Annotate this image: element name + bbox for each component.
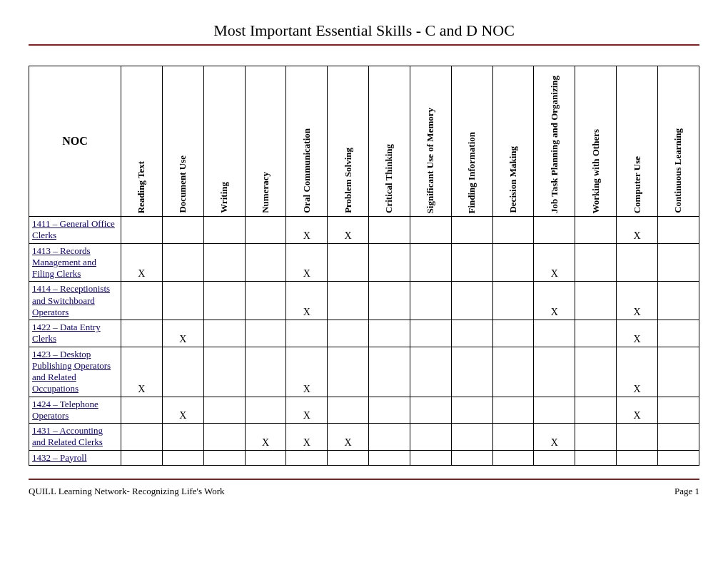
- noc-link[interactable]: 1431 – Accounting and Related Clerks: [32, 425, 103, 447]
- mark-cell: [657, 397, 699, 424]
- noc-link[interactable]: 1423 – Desktop Publishing Operators and …: [32, 349, 111, 394]
- mark-cell: X: [162, 397, 203, 424]
- page-title: Most Important Essential Skills - C and …: [29, 21, 699, 40]
- skill-header-label: Numeracy: [260, 172, 271, 213]
- skill-header: Working with Others: [575, 66, 617, 217]
- mark-cell: [369, 282, 410, 320]
- mark-cell: [534, 347, 575, 397]
- noc-link[interactable]: 1424 – Telephone Operators: [32, 399, 98, 421]
- mark-cell: [121, 397, 163, 424]
- bottom-rule: [29, 479, 699, 480]
- mark-cell: X: [617, 282, 658, 320]
- mark-cell: [286, 320, 328, 347]
- noc-link[interactable]: 1413 – Records Management and Filing Cle…: [32, 245, 96, 280]
- mark-cell: [534, 397, 575, 424]
- mark-cell: X: [286, 282, 328, 320]
- mark-cell: X: [328, 217, 369, 244]
- skill-header: Significant Use of Memory: [410, 66, 451, 217]
- mark-cell: X: [617, 347, 658, 397]
- mark-cell: [657, 450, 699, 465]
- table-row: 1431 – Accounting and Related ClerksXXXX: [29, 424, 699, 451]
- mark-cell: [617, 450, 658, 465]
- skill-header-label: Significant Use of Memory: [425, 108, 436, 213]
- mark-cell: [369, 347, 410, 397]
- mark-cell: [203, 424, 245, 451]
- mark-cell: [328, 282, 369, 320]
- mark-cell: X: [245, 424, 286, 451]
- mark-cell: [162, 347, 203, 397]
- mark-cell: [203, 347, 245, 397]
- mark-cell: [369, 243, 410, 282]
- table-row: 1413 – Records Management and Filing Cle…: [29, 243, 699, 282]
- noc-cell: 1422 – Data Entry Clerks: [29, 320, 121, 347]
- mark-cell: [410, 450, 451, 465]
- skill-header-label: Document Use: [177, 155, 188, 213]
- mark-cell: X: [121, 347, 163, 397]
- mark-cell: X: [617, 320, 658, 347]
- mark-cell: [369, 320, 410, 347]
- mark-cell: [451, 450, 492, 465]
- mark-cell: [575, 282, 617, 320]
- skill-header: Computer Use: [617, 66, 658, 217]
- mark-cell: [534, 320, 575, 347]
- mark-cell: [245, 243, 286, 282]
- mark-cell: [575, 424, 617, 451]
- mark-cell: [451, 217, 492, 244]
- mark-cell: [245, 397, 286, 424]
- noc-link[interactable]: 1414 – Receptionists and Switchboard Ope…: [32, 283, 110, 317]
- mark-cell: [203, 320, 245, 347]
- skill-header: Decision Making: [492, 66, 534, 217]
- table-row: 1432 – Payroll: [29, 450, 699, 465]
- noc-link[interactable]: 1432 – Payroll: [32, 452, 87, 463]
- mark-cell: [657, 243, 699, 282]
- noc-link[interactable]: 1411 – General Office Clerks: [32, 218, 115, 240]
- mark-cell: [162, 282, 203, 320]
- mark-cell: [410, 424, 451, 451]
- mark-cell: [121, 217, 163, 244]
- mark-cell: [451, 320, 492, 347]
- table-row: 1423 – Desktop Publishing Operators and …: [29, 347, 699, 397]
- mark-cell: [121, 424, 163, 451]
- mark-cell: [575, 397, 617, 424]
- table-row: 1411 – General Office ClerksXXX: [29, 217, 699, 244]
- mark-cell: X: [534, 282, 575, 320]
- mark-cell: X: [328, 424, 369, 451]
- skill-header-label: Oral Communication: [301, 128, 313, 213]
- mark-cell: X: [286, 347, 328, 397]
- noc-header: NOC: [29, 66, 121, 217]
- mark-cell: X: [617, 217, 658, 244]
- noc-cell: 1411 – General Office Clerks: [29, 217, 121, 244]
- mark-cell: [451, 397, 492, 424]
- noc-cell: 1413 – Records Management and Filing Cle…: [29, 243, 121, 282]
- mark-cell: [492, 397, 534, 424]
- footer-right: Page 1: [674, 486, 699, 497]
- mark-cell: X: [534, 243, 575, 282]
- mark-cell: [657, 347, 699, 397]
- skill-header-label: Problem Solving: [343, 148, 354, 213]
- mark-cell: [451, 424, 492, 451]
- mark-cell: [369, 217, 410, 244]
- mark-cell: [410, 397, 451, 424]
- header-row: NOC Reading Text Document Use Writing Nu…: [29, 66, 699, 217]
- table-row: 1424 – Telephone OperatorsXXX: [29, 397, 699, 424]
- mark-cell: [245, 217, 286, 244]
- mark-cell: X: [617, 397, 658, 424]
- mark-cell: X: [162, 320, 203, 347]
- mark-cell: [203, 450, 245, 465]
- skill-header-label: Job Task Planning and Organizing: [549, 76, 560, 213]
- skill-header: Job Task Planning and Organizing: [534, 66, 575, 217]
- mark-cell: [162, 217, 203, 244]
- mark-cell: [575, 450, 617, 465]
- footer-left: QUILL Learning Network- Recognizing Life…: [29, 486, 225, 497]
- skill-header: Critical Thinking: [369, 66, 410, 217]
- mark-cell: [245, 320, 286, 347]
- mark-cell: [121, 450, 163, 465]
- mark-cell: [245, 450, 286, 465]
- noc-cell: 1424 – Telephone Operators: [29, 397, 121, 424]
- mark-cell: [121, 320, 163, 347]
- mark-cell: [492, 217, 534, 244]
- skill-header: Document Use: [162, 66, 203, 217]
- mark-cell: X: [286, 243, 328, 282]
- noc-link[interactable]: 1422 – Data Entry Clerks: [32, 322, 101, 344]
- mark-cell: [492, 243, 534, 282]
